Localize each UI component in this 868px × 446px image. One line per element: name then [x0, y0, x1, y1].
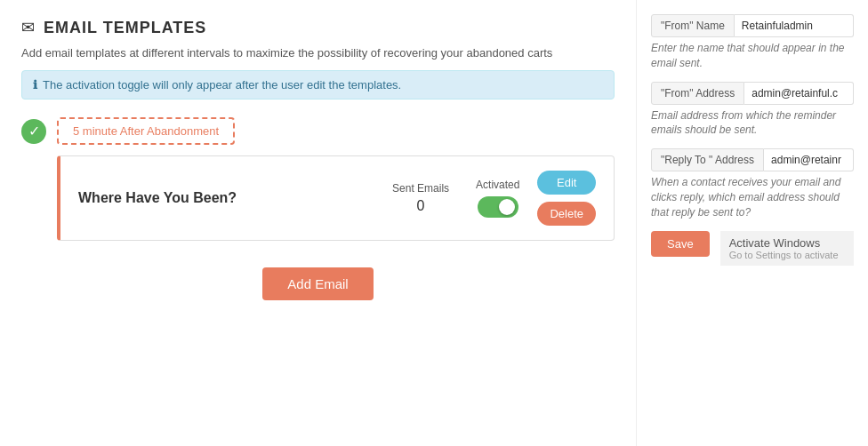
activate-windows-title: Activate Windows [729, 236, 845, 250]
page-header: ✉ EMAIL TEMPLATES [21, 18, 615, 37]
sidebar: "From" Name Retainfuladmin Enter the nam… [637, 0, 868, 446]
sidebar-save-row: Save Activate Windows Go to Settings to … [651, 231, 854, 266]
from-name-label: "From" Name [651, 14, 735, 37]
interval-badge[interactable]: 5 minute After Abandonment [57, 117, 235, 145]
info-banner-text: The activation toggle will only appear a… [43, 78, 401, 92]
delete-button[interactable]: Delete [537, 202, 596, 226]
from-name-field: "From" Name Retainfuladmin Enter the nam… [651, 14, 854, 71]
template-interval-row: ✓ 5 minute After Abandonment [21, 117, 615, 145]
activate-windows-box: Activate Windows Go to Settings to activ… [720, 231, 854, 266]
activated-label: Activated [476, 179, 519, 191]
reply-to-field: "Reply To " Address admin@retainr When a… [651, 148, 854, 219]
reply-to-value[interactable]: admin@retainr [764, 148, 854, 171]
from-address-label: "From" Address [651, 82, 744, 105]
activate-windows-sub: Go to Settings to activate [729, 250, 845, 260]
check-icon: ✓ [21, 119, 46, 144]
save-button[interactable]: Save [651, 231, 710, 257]
from-address-hint: Email address from which the reminder em… [651, 108, 854, 139]
page-title: EMAIL TEMPLATES [44, 19, 206, 37]
activated-toggle[interactable] [478, 196, 518, 218]
from-address-field: "From" Address admin@retainful.c Email a… [651, 82, 854, 139]
email-subject: Where Have You Been? [78, 190, 392, 206]
action-buttons: Edit Delete [537, 171, 596, 226]
from-address-value[interactable]: admin@retainful.c [744, 82, 854, 105]
info-icon: ℹ [33, 78, 37, 92]
email-toggle-group: Activated [476, 179, 519, 218]
info-banner: ℹ The activation toggle will only appear… [21, 70, 615, 100]
add-email-row: Add Email [21, 267, 615, 300]
sent-emails-value: 0 [417, 198, 425, 214]
edit-button[interactable]: Edit [537, 171, 596, 195]
email-stats: Sent Emails 0 [392, 182, 449, 214]
reply-to-row: "Reply To " Address admin@retainr [651, 148, 854, 171]
page-subtitle: Add email templates at different interva… [21, 46, 615, 60]
email-card: Where Have You Been? Sent Emails 0 Activ… [57, 155, 615, 241]
from-address-row: "From" Address admin@retainful.c [651, 82, 854, 105]
template-section: ✓ 5 minute After Abandonment Where Have … [21, 117, 615, 241]
reply-to-label: "Reply To " Address [651, 148, 764, 171]
reply-to-hint: When a contact receives your email and c… [651, 175, 854, 219]
from-name-hint: Enter the name that should appear in the… [651, 41, 854, 71]
sent-emails-label: Sent Emails [392, 182, 449, 195]
from-name-value[interactable]: Retainfuladmin [735, 14, 854, 37]
from-name-row: "From" Name Retainfuladmin [651, 14, 854, 37]
envelope-icon: ✉ [21, 18, 35, 37]
add-email-button[interactable]: Add Email [262, 267, 373, 300]
